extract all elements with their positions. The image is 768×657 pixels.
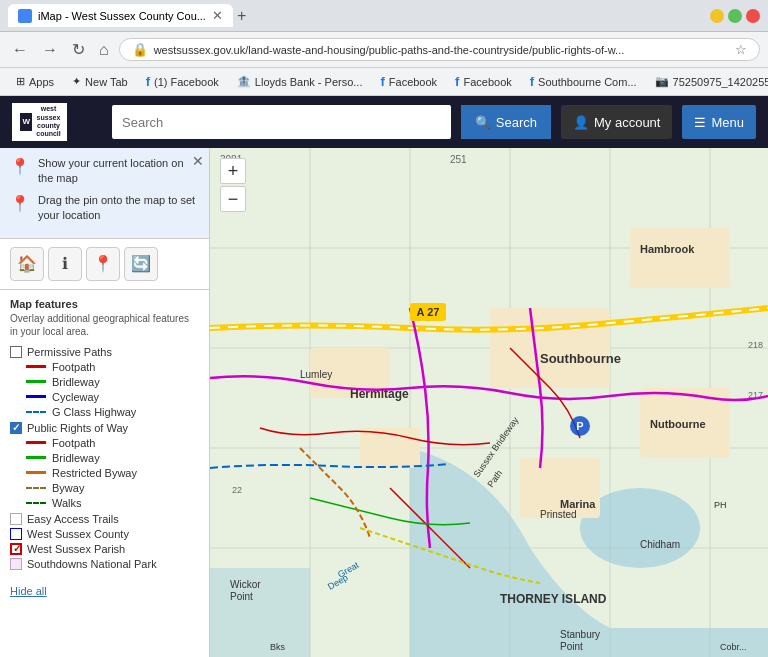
svg-text:Chidham: Chidham <box>640 539 680 550</box>
permissive-paths-checkbox[interactable] <box>10 346 22 358</box>
public-rights-label: Public Rights of Way <box>27 422 128 434</box>
public-rights-checkbox[interactable]: ✓ <box>10 422 22 434</box>
permissive-cycleway: Cycleway <box>26 391 199 403</box>
public-bridleway-legend <box>26 456 46 459</box>
southdowns-checkbox[interactable] <box>10 558 22 570</box>
bookmark-facebook2[interactable]: f Facebook <box>372 72 445 91</box>
search-input[interactable] <box>112 105 451 139</box>
menu-label: Menu <box>711 115 744 130</box>
svg-text:217: 217 <box>748 390 763 400</box>
apps-icon: ⊞ <box>16 75 25 88</box>
southdowns-section[interactable]: Southdowns National Park <box>10 558 199 570</box>
svg-text:Lumley: Lumley <box>300 369 332 380</box>
tab-close-button[interactable]: ✕ <box>212 8 223 23</box>
bookmark-facebook3[interactable]: f Facebook <box>447 72 520 91</box>
address-bar-icons: ☆ <box>735 42 747 57</box>
lloyds-label: Lloyds Bank - Perso... <box>255 76 363 88</box>
facebook2-label: Facebook <box>389 76 437 88</box>
drag-location-text[interactable]: Drag the pin onto the map to set your lo… <box>38 193 199 224</box>
svg-rect-13 <box>630 228 730 288</box>
west-sussex-parish-section[interactable]: ✓ West Sussex Parish <box>10 543 199 555</box>
facebook2-icon: f <box>380 74 384 89</box>
window-close-button[interactable] <box>746 9 760 23</box>
newtab-icon: ✦ <box>72 75 81 88</box>
public-bridleway-label: Bridleway <box>52 452 100 464</box>
bookmark-apps[interactable]: ⊞ Apps <box>8 73 62 90</box>
forward-button[interactable]: → <box>38 39 62 61</box>
apps-label: Apps <box>29 76 54 88</box>
map-container[interactable]: Hermitage Southbourne Nutbourne Hambrook… <box>210 148 768 657</box>
browser-tab[interactable]: iMap - West Sussex County Cou... ✕ <box>8 4 233 27</box>
permissive-cycleway-label: Cycleway <box>52 391 99 403</box>
location-pin-icon: 📍 <box>10 157 30 176</box>
browser-titlebar: iMap - West Sussex County Cou... ✕ + <box>0 0 768 32</box>
drag-pin-icon: 📍 <box>10 194 30 213</box>
svg-text:Prinsted: Prinsted <box>540 509 577 520</box>
zoom-out-button[interactable]: − <box>220 186 246 212</box>
cycleway-legend <box>26 395 46 398</box>
map-toolbar: 🏠 ℹ 📍 🔄 <box>0 239 209 290</box>
svg-text:Wickor: Wickor <box>230 579 261 590</box>
public-footpath-legend <box>26 441 46 444</box>
public-footpath-label: Footpath <box>52 437 95 449</box>
menu-button[interactable]: ☰ Menu <box>682 105 756 139</box>
bookmark-photo[interactable]: 📷 75250975_1420255... <box>647 73 768 90</box>
logo: W westsussexcountycouncil <box>12 103 67 141</box>
address-text: westsussex.gov.uk/land-waste-and-housing… <box>154 44 625 56</box>
permissive-paths-label: Permissive Paths <box>27 346 112 358</box>
new-tab-button[interactable]: + <box>237 7 246 25</box>
site-wrapper: W westsussexcountycouncil 🔍 Search 👤 My … <box>0 96 768 657</box>
info-tool-button[interactable]: ℹ <box>48 247 82 281</box>
svg-text:Hambrook: Hambrook <box>640 243 695 255</box>
hide-all-link[interactable]: Hide all <box>0 581 209 601</box>
home-button[interactable]: ⌂ <box>95 39 113 61</box>
bookmark-newtab[interactable]: ✦ New Tab <box>64 73 136 90</box>
svg-text:Cobr...: Cobr... <box>720 642 747 652</box>
bookmark-facebook1[interactable]: f (1) Facebook <box>138 72 227 91</box>
address-bar[interactable]: 🔒 westsussex.gov.uk/land-waste-and-housi… <box>119 38 760 61</box>
southdowns-label: Southdowns National Park <box>27 558 157 570</box>
myaccount-button[interactable]: 👤 My account <box>561 105 672 139</box>
drag-location-row: 📍 Drag the pin onto the map to set your … <box>10 193 199 224</box>
user-icon: 👤 <box>573 115 589 130</box>
zoom-in-button[interactable]: + <box>220 158 246 184</box>
svg-text:Hermitage: Hermitage <box>350 387 409 401</box>
svg-text:THORNEY ISLAND: THORNEY ISLAND <box>500 592 607 606</box>
easy-access-checkbox[interactable] <box>10 513 22 525</box>
byway: Byway <box>26 482 199 494</box>
easy-access-section[interactable]: Easy Access Trails <box>10 513 199 525</box>
footpath-legend <box>26 365 46 368</box>
svg-text:218: 218 <box>748 340 763 350</box>
west-sussex-county-section[interactable]: West Sussex County <box>10 528 199 540</box>
window-minimize-button[interactable] <box>710 9 724 23</box>
public-footpath: Footpath <box>26 437 199 449</box>
bookmark-southbourne[interactable]: f Southbourne Com... <box>522 72 645 91</box>
west-sussex-county-label: West Sussex County <box>27 528 129 540</box>
sidebar: ✕ 📍 Show your current location on the ma… <box>0 148 210 657</box>
bridleway-legend <box>26 380 46 383</box>
home-tool-button[interactable]: 🏠 <box>10 247 44 281</box>
show-location-text[interactable]: Show your current location on the map <box>38 156 199 187</box>
map-features-title: Map features <box>10 298 199 310</box>
myaccount-label: My account <box>594 115 660 130</box>
svg-text:Stanbury: Stanbury <box>560 629 600 640</box>
svg-text:Point: Point <box>230 591 253 602</box>
bookmark-lloyds[interactable]: 🏦 Lloyds Bank - Perso... <box>229 73 371 90</box>
west-sussex-parish-checkbox[interactable]: ✓ <box>10 543 22 555</box>
restricted-byway-legend <box>26 471 46 474</box>
permissive-footpath: Footpath <box>26 361 199 373</box>
location-panel-close-button[interactable]: ✕ <box>192 153 204 169</box>
star-icon[interactable]: ☆ <box>735 42 747 57</box>
search-button[interactable]: 🔍 Search <box>461 105 551 139</box>
svg-text:PH: PH <box>714 500 727 510</box>
facebook1-icon: f <box>146 74 150 89</box>
refresh-button[interactable]: ↻ <box>68 38 89 61</box>
back-button[interactable]: ← <box>8 39 32 61</box>
refresh-tool-button[interactable]: 🔄 <box>124 247 158 281</box>
permissive-paths-section[interactable]: Permissive Paths <box>10 346 199 358</box>
permissive-gclass-label: G Class Highway <box>52 406 136 418</box>
west-sussex-county-checkbox[interactable] <box>10 528 22 540</box>
pin-tool-button[interactable]: 📍 <box>86 247 120 281</box>
public-rights-section[interactable]: ✓ Public Rights of Way <box>10 422 199 434</box>
window-maximize-button[interactable] <box>728 9 742 23</box>
